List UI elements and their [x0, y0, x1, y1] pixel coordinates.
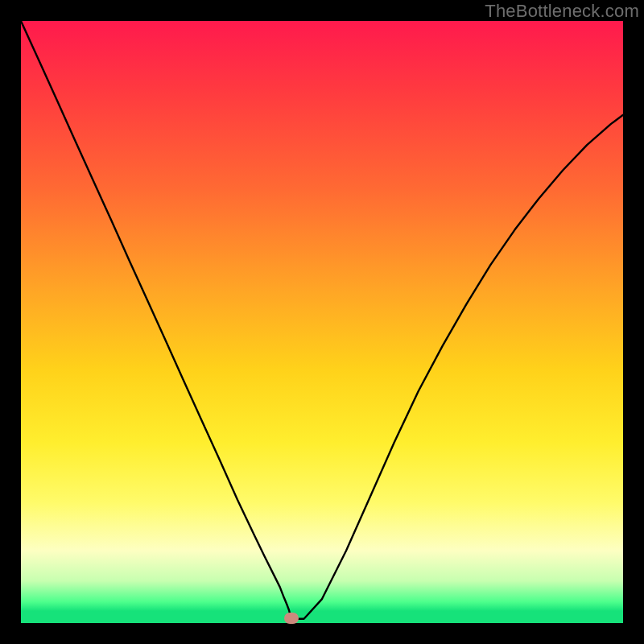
- watermark-text: TheBottleneck.com: [485, 1, 639, 22]
- curve-svg: [21, 21, 623, 623]
- bottleneck-curve: [21, 21, 623, 619]
- optimal-point-marker: [284, 613, 299, 624]
- chart-frame: TheBottleneck.com: [0, 0, 644, 644]
- plot-area: [21, 21, 623, 623]
